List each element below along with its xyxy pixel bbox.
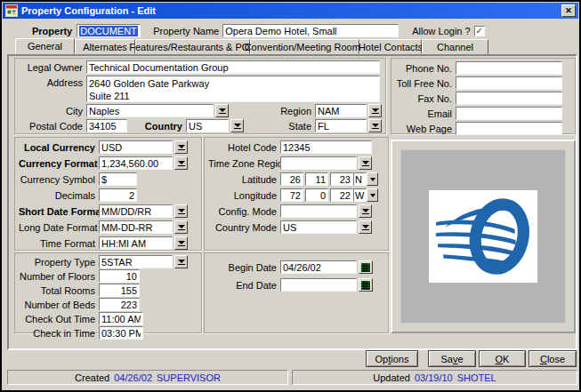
- tab-convention-meeting-rooms[interactable]: Convention/Meeting Rooms: [250, 39, 359, 54]
- property-type-lov-button[interactable]: [174, 255, 188, 268]
- begin-date-input[interactable]: [280, 260, 357, 274]
- local-currency-lov-button[interactable]: [174, 140, 188, 154]
- action-button-row: Options Save OK Close: [366, 350, 577, 367]
- time-format-input[interactable]: [99, 236, 173, 250]
- longitude-dir-input[interactable]: [353, 188, 367, 202]
- longitude-dir-dropdown-button[interactable]: [367, 188, 378, 202]
- address-line-2: Suite 211: [89, 90, 377, 102]
- lov-dropdown-icon: [372, 124, 379, 129]
- state-lov-button[interactable]: [368, 119, 382, 132]
- tab-alternates[interactable]: Alternates: [75, 39, 135, 54]
- region-input[interactable]: [315, 104, 367, 117]
- country-input[interactable]: [186, 119, 229, 132]
- short-date-format-input[interactable]: [99, 204, 173, 218]
- general-tab-panel: Legal Owner Address 2640 Golden Gate Par…: [7, 54, 577, 350]
- updated-date: 03/19/10: [415, 372, 453, 383]
- toll-free-no-input[interactable]: [456, 76, 562, 90]
- chevron-down-icon: [370, 178, 375, 181]
- number-of-floors-label: Number of Floors: [19, 271, 95, 282]
- latitude-sec-input[interactable]: [330, 172, 353, 186]
- phone-no-input[interactable]: [456, 61, 562, 75]
- region-lov-button[interactable]: [368, 104, 382, 117]
- legal-owner-input[interactable]: [86, 60, 380, 74]
- postal-code-input[interactable]: [86, 119, 127, 132]
- address-group: Legal Owner Address 2640 Golden Gate Par…: [14, 58, 386, 134]
- check-in-time-input[interactable]: [99, 326, 143, 340]
- config-mode-lov-button[interactable]: [359, 204, 372, 218]
- country-mode-input[interactable]: [280, 220, 357, 234]
- short-date-format-lov-button[interactable]: [174, 204, 188, 218]
- property-input[interactable]: DOCUMENT: [77, 24, 141, 37]
- long-date-format-input[interactable]: [99, 220, 173, 234]
- number-of-beds-input[interactable]: [99, 298, 140, 311]
- close-button[interactable]: ✕: [561, 4, 576, 17]
- postal-code-label: Postal Code: [19, 121, 83, 132]
- status-bar: Created 04/26/02 SUPERVISOR Updated 03/1…: [2, 369, 579, 386]
- calendar-icon: [360, 262, 371, 273]
- hotel-code-input[interactable]: [280, 140, 372, 154]
- property-name-input[interactable]: [222, 24, 399, 37]
- email-input[interactable]: [456, 107, 562, 120]
- latitude-dir-dropdown-button[interactable]: [367, 172, 378, 186]
- updated-user: SHOTEL: [457, 372, 496, 383]
- web-page-input[interactable]: [456, 122, 562, 135]
- time-zone-region-input[interactable]: [280, 156, 357, 170]
- begin-date-calendar-button[interactable]: [359, 260, 373, 274]
- longitude-sec-input[interactable]: [330, 188, 353, 202]
- hotel-code-label: Hotel Code: [208, 142, 277, 153]
- number-of-beds-label: Number of Beds: [19, 300, 95, 310]
- region-label: Region: [269, 106, 311, 116]
- latitude-min-input[interactable]: [305, 172, 328, 186]
- lov-dropdown-icon: [219, 108, 226, 114]
- longitude-min-input[interactable]: [305, 188, 328, 202]
- currency-format-input[interactable]: [99, 156, 173, 170]
- options-button[interactable]: Options: [366, 350, 418, 367]
- end-date-calendar-button[interactable]: [359, 278, 373, 292]
- currency-format-lov-button[interactable]: [174, 156, 188, 170]
- time-format-lov-button[interactable]: [174, 236, 188, 250]
- ok-button[interactable]: OK: [479, 350, 526, 367]
- time-zone-lov-button[interactable]: [359, 156, 372, 170]
- save-button[interactable]: Save: [428, 350, 476, 367]
- check-out-time-input[interactable]: [99, 312, 143, 325]
- end-date-input[interactable]: [280, 278, 357, 292]
- city-input[interactable]: [86, 104, 214, 117]
- titlebar[interactable]: Property Configuration - Edit ✕: [3, 3, 578, 19]
- fax-no-label: Fax No.: [395, 93, 452, 104]
- property-configuration-window: Property Configuration - Edit ✕ Property…: [0, 0, 581, 392]
- property-type-input[interactable]: [99, 255, 173, 268]
- hotel-logo-panel: [391, 140, 576, 333]
- currency-symbol-input[interactable]: [99, 172, 137, 186]
- local-currency-label: Local Currency: [19, 142, 95, 153]
- country-mode-lov-button[interactable]: [359, 220, 372, 234]
- tab-features-restaurants-pos[interactable]: Features/Restaurants & POS: [135, 39, 250, 54]
- web-page-label: Web Page: [395, 124, 452, 134]
- address-input[interactable]: 2640 Golden Gate Parkway Suite 211: [86, 76, 380, 102]
- tab-hotel-contacts[interactable]: Hotel Contacts: [359, 39, 422, 54]
- longitude-deg-input[interactable]: [280, 188, 303, 202]
- latitude-dir-input[interactable]: [353, 172, 367, 186]
- allow-login-checkbox[interactable]: ✓: [474, 26, 485, 36]
- lov-dropdown-icon: [178, 241, 185, 246]
- city-lov-button[interactable]: [215, 104, 229, 117]
- latitude-deg-input[interactable]: [280, 172, 303, 186]
- state-input[interactable]: [315, 119, 367, 132]
- tab-channel[interactable]: Channel: [422, 39, 488, 54]
- fax-no-input[interactable]: [456, 92, 562, 105]
- config-mode-input[interactable]: [280, 204, 357, 218]
- lov-dropdown-icon: [372, 108, 379, 114]
- currency-symbol-label: Currency Symbol: [19, 174, 95, 185]
- check-out-time-label: Check Out Time: [19, 314, 95, 324]
- tab-strip: General Alternates Features/Restaurants …: [15, 38, 488, 54]
- phone-no-label: Phone No.: [395, 63, 452, 74]
- email-label: Email: [395, 108, 452, 119]
- number-of-floors-input[interactable]: [99, 269, 140, 283]
- country-label: Country: [136, 121, 182, 132]
- tab-general[interactable]: General: [15, 38, 75, 54]
- decimals-input[interactable]: [99, 188, 137, 202]
- long-date-format-lov-button[interactable]: [174, 220, 188, 234]
- total-rooms-input[interactable]: [99, 284, 140, 297]
- close-window-button[interactable]: Close: [529, 350, 577, 367]
- local-currency-input[interactable]: [99, 140, 173, 154]
- country-lov-button[interactable]: [230, 119, 244, 132]
